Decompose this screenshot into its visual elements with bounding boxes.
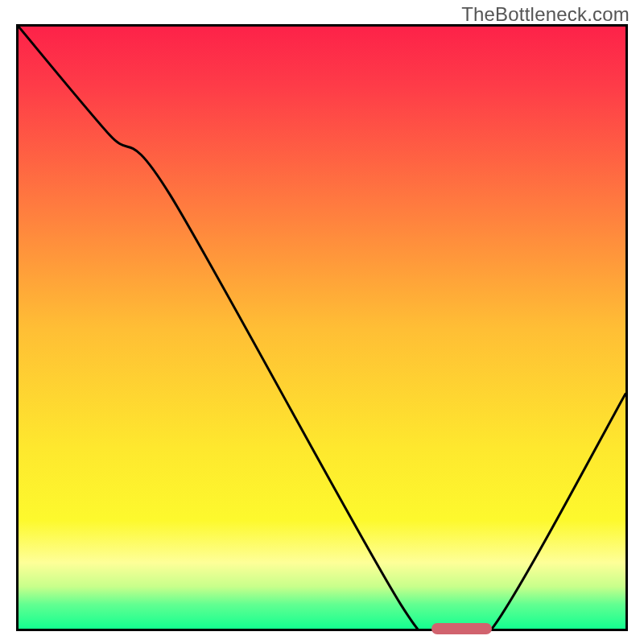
bottleneck-curve [19, 27, 625, 629]
optimal-marker [431, 623, 492, 634]
chart-plot-area [16, 24, 628, 631]
watermark-text: TheBottleneck.com [461, 3, 630, 26]
curve-path [19, 27, 625, 629]
